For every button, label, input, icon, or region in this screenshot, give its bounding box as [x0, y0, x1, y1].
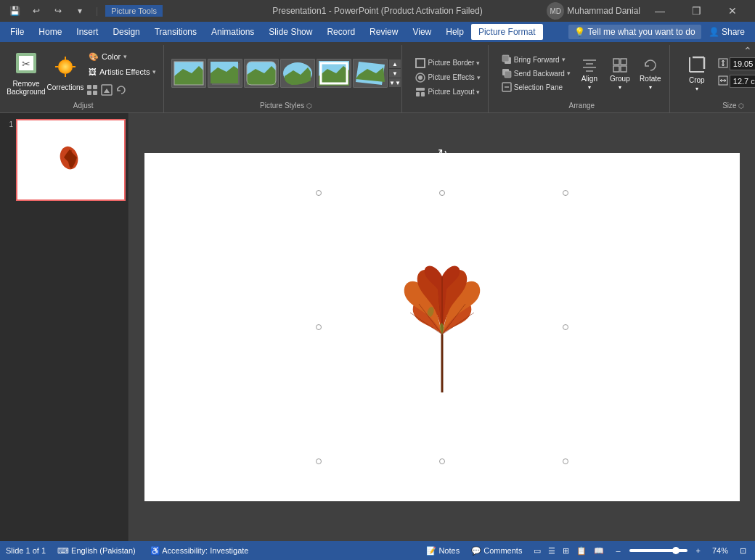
- menu-picture-format[interactable]: Picture Format: [471, 24, 543, 40]
- menu-view[interactable]: View: [405, 24, 438, 40]
- handle-top-left[interactable]: [316, 190, 322, 196]
- group-button[interactable]: Group ▾: [605, 52, 634, 96]
- send-backward-button[interactable]: Send Backward ▾: [499, 67, 574, 80]
- rotate-label: Rotate: [640, 75, 661, 83]
- picture-layout-button[interactable]: Picture Layout ▾: [412, 86, 483, 99]
- zoom-out-btn[interactable]: –: [613, 545, 623, 556]
- layout-chevron-icon: ▾: [476, 88, 480, 96]
- pic-style-thumb-6[interactable]: [353, 59, 388, 88]
- picture-effects-button[interactable]: Picture Effects ▾: [412, 71, 483, 84]
- minimize-btn[interactable]: —: [643, 0, 677, 22]
- handle-top-center[interactable]: [439, 190, 445, 196]
- bring-forward-button[interactable]: Bring Forward ▾: [499, 53, 574, 66]
- rotate-button[interactable]: Rotate ▾: [636, 52, 665, 96]
- svg-rect-31: [505, 71, 511, 78]
- color-button[interactable]: 🎨 Color ▾: [86, 49, 159, 64]
- menu-slideshow[interactable]: Slide Show: [261, 24, 319, 40]
- menu-record[interactable]: Record: [319, 24, 362, 40]
- undo-qat-btn[interactable]: ↩: [28, 2, 45, 20]
- menu-file[interactable]: File: [3, 24, 31, 40]
- outline-view-btn[interactable]: ☰: [545, 545, 558, 556]
- pic-style-thumb-3[interactable]: [244, 59, 279, 88]
- picture-border-label: Picture Border: [428, 59, 474, 67]
- reset-picture-button[interactable]: [115, 83, 128, 97]
- handle-top-right[interactable]: [563, 190, 568, 196]
- compress-pictures-button[interactable]: [86, 83, 99, 97]
- reading-view-btn[interactable]: 📖: [591, 545, 607, 556]
- redo-qat-btn[interactable]: ↪: [49, 2, 67, 20]
- accessibility-btn[interactable]: ♿ Accessibility: Investigate: [147, 545, 252, 556]
- border-effects-buttons: Picture Border ▾ Picture Effects ▾ Pictu…: [412, 57, 483, 99]
- slide-thumbnail-1[interactable]: [16, 119, 126, 201]
- corrections-button[interactable]: Corrections: [46, 49, 84, 97]
- align-button[interactable]: Align ▾: [575, 52, 604, 96]
- fit-slide-btn[interactable]: ⊡: [737, 545, 749, 556]
- size-expand-icon[interactable]: ⬡: [738, 102, 744, 110]
- slide-sorter-btn[interactable]: ⊞: [560, 545, 572, 556]
- pic-style-thumb-5[interactable]: [317, 59, 351, 88]
- language-icon: ⌨: [57, 546, 69, 555]
- menu-transitions[interactable]: Transitions: [147, 24, 204, 40]
- zoom-thumb[interactable]: [672, 547, 680, 554]
- scroll-more-btn[interactable]: ▼▼: [389, 78, 401, 87]
- svg-rect-9: [93, 85, 97, 89]
- change-picture-button[interactable]: [100, 83, 113, 97]
- crop-button[interactable]: Crop ▾: [680, 49, 714, 97]
- svg-text:✂: ✂: [22, 58, 30, 70]
- crop-label: Crop: [689, 76, 705, 84]
- menu-insert[interactable]: Insert: [69, 24, 105, 40]
- remove-background-button[interactable]: ✂ Remove Background: [7, 49, 45, 97]
- menu-home[interactable]: Home: [31, 24, 69, 40]
- handle-bottom-center[interactable]: [439, 458, 445, 464]
- comments-btn[interactable]: 💬 Comments: [468, 545, 525, 556]
- ribbon-group-adjust: ✂ Remove Background: [3, 45, 164, 112]
- share-button[interactable]: 👤 Share: [701, 24, 752, 40]
- handle-middle-right[interactable]: [563, 324, 568, 330]
- language-indicator[interactable]: ⌨ English (Pakistan): [54, 545, 139, 556]
- svg-rect-8: [87, 85, 91, 89]
- pic-style-thumb-4[interactable]: [280, 59, 315, 88]
- bring-forward-label: Bring Forward: [514, 56, 560, 64]
- width-input[interactable]: [730, 75, 755, 88]
- zoom-in-btn[interactable]: +: [693, 545, 703, 556]
- width-input-row: ▲ ▼: [718, 75, 755, 88]
- picture-layout-label: Picture Layout: [428, 88, 474, 96]
- scroll-down-btn[interactable]: ▼: [389, 69, 401, 78]
- user-area[interactable]: MD Muhammad Danial: [547, 2, 640, 20]
- menu-animations[interactable]: Animations: [204, 24, 261, 40]
- menu-help[interactable]: Help: [438, 24, 471, 40]
- border-effects-content: Picture Border ▾ Picture Effects ▾ Pictu…: [412, 46, 483, 108]
- tell-me-box[interactable]: 💡 Tell me what you want to do: [568, 25, 701, 39]
- lightbulb-icon: 💡: [574, 27, 585, 37]
- menu-review[interactable]: Review: [362, 24, 405, 40]
- save-qat-btn[interactable]: 💾: [6, 2, 23, 20]
- ribbon-collapse-btn[interactable]: ⌃: [743, 45, 752, 57]
- height-icon: [718, 58, 728, 70]
- customize-qat-btn[interactable]: ▾: [71, 2, 89, 20]
- menu-design[interactable]: Design: [105, 24, 147, 40]
- height-input[interactable]: [730, 57, 755, 70]
- zoom-level[interactable]: 74%: [709, 545, 731, 556]
- restore-btn[interactable]: ❒: [680, 0, 713, 22]
- rotate-handle[interactable]: ↻: [436, 147, 448, 159]
- notes-view-btn[interactable]: 📋: [574, 545, 589, 556]
- artistic-effects-button[interactable]: 🖼 Artistic Effects ▾: [86, 65, 159, 79]
- slide-canvas[interactable]: [144, 153, 740, 501]
- handle-bottom-right[interactable]: [563, 458, 568, 464]
- artistic-chevron-icon: ▾: [152, 68, 156, 75]
- picture-border-button[interactable]: Picture Border ▾: [412, 57, 483, 70]
- notes-btn[interactable]: 📝 Notes: [423, 545, 462, 556]
- normal-view-btn[interactable]: ▭: [531, 545, 544, 556]
- scroll-up-btn[interactable]: ▲: [389, 59, 401, 68]
- title-bar-left: 💾 ↩ ↪ ▾ | Picture Tools: [6, 2, 163, 20]
- handle-middle-left[interactable]: [316, 324, 322, 330]
- pic-style-thumb-2[interactable]: [208, 59, 242, 88]
- pic-style-thumb-1[interactable]: [171, 59, 206, 88]
- close-btn[interactable]: ✕: [716, 0, 749, 22]
- leaf-image[interactable]: [370, 247, 515, 407]
- zoom-slider[interactable]: [629, 549, 687, 552]
- color-label: Color: [102, 52, 121, 61]
- handle-bottom-left[interactable]: [316, 458, 322, 464]
- svg-rect-22: [416, 59, 425, 67]
- selection-pane-button[interactable]: Selection Pane: [499, 81, 574, 94]
